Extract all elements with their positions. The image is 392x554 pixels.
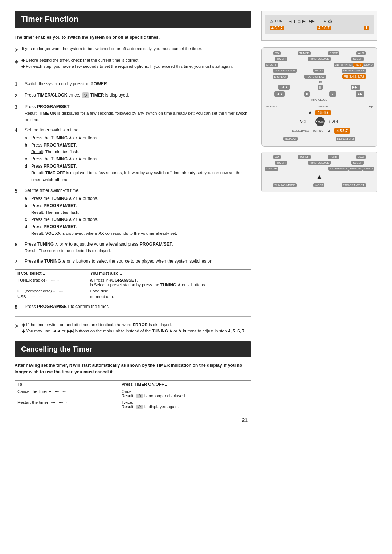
step-4d-label: d (25, 163, 29, 183)
remote-prev-track: |◄◄ (278, 85, 289, 90)
remote-transport1: |◄◄ || ▶▶| (265, 85, 374, 90)
right-column: △ FUNC. ◄|1 □ ▶| ▶▶| — + ⏻ 4,5,6,7 4,5,6… (261, 11, 377, 423)
remote-orange-bottom: 4,5,6,7 (334, 128, 350, 134)
remote-bottom-cd: CD (273, 155, 281, 159)
remote-down-row: TREBLE/BASS TUNING ∨ 4,5,6,7 (265, 128, 374, 134)
remote-tuning-mode: TUNING MODE (273, 69, 297, 73)
remote-bottom-source-row: CD TUNER PORT AUX (265, 155, 374, 159)
remote-sound-label: SOUND (266, 105, 277, 108)
remote-repeat: REPEAT (283, 137, 298, 141)
remote-bottom-arrow-area: ▲ (265, 173, 374, 181)
remote-bottom-aux: AUX (356, 155, 365, 159)
orange-badge-top-left: 4,5,6,7 (270, 26, 284, 30)
strip-stop: □ (298, 19, 300, 24)
bottom-notes: ➤ ◆ If the timer switch on and off times… (15, 322, 251, 335)
step-6-num: 6 (15, 241, 21, 254)
step-5b: b Press PROGRAM/SET. Result: The minutes… (25, 202, 251, 216)
cancel-row1-col2: Once. Result: ⏲ is no longer displayed. (119, 388, 251, 399)
remote-bottom-demo: DEMO (363, 167, 374, 171)
page-number: 21 (15, 417, 251, 423)
cancel-table-header-col2: Press TIMER ON/OFF... (119, 381, 251, 388)
remote-aux: AUX (356, 51, 365, 55)
remote-bottom-tuner: TUNER (298, 155, 311, 159)
remote-tuning-down-label: TUNING (313, 129, 324, 132)
step-5b-label: b (25, 202, 29, 216)
step-4b: b Press PROGRAM/SET. Result: The minutes… (25, 142, 251, 155)
bottom-note-1-text: ◆ If the timer switch on and off times a… (22, 322, 246, 335)
remote-bottom-tuning-row: TUNING MODE MOST PROGRAM/SET (265, 183, 374, 187)
remote-transport2: ◄◄ ■ ► ▶▶ (265, 91, 374, 97)
step-4c: c Press the TUNING ∧ or ∨ buttons. (25, 156, 251, 162)
cancel-row1-col1: Cancel the timer ··············· (15, 388, 119, 399)
step-5a: a Press the TUNING ∧ or ∨ buttons. (25, 195, 251, 202)
cancel-row2-result: Result: ⏲ is displayed again. (122, 405, 179, 409)
remote-timer-row: TIMER TIMER/CLOCK SLEEP (265, 57, 374, 61)
remote-up-arrow: ∧ (308, 110, 312, 115)
remote-pause: || (318, 85, 323, 90)
step-6-content: Press TUNING ∧ or ∨ to adjust the volume… (25, 241, 251, 254)
step-4b-text: Press PROGRAM/SET. Result: The minutes f… (31, 142, 79, 155)
step-5-num: 5 (15, 187, 21, 238)
remote-bottom-timer: TIMER (275, 161, 287, 165)
step-6: 6 Press TUNING ∧ or ∨ to adjust the volu… (15, 241, 251, 254)
arrow-icon: ➤ (15, 46, 19, 54)
remote-stop: ■ (304, 91, 310, 97)
step-5a-text: Press the TUNING ∧ or ∨ buttons. (31, 195, 98, 202)
table-row: USB ··············· connect usb. (15, 294, 251, 300)
remote-rds-display: RDS DISPLAY (304, 75, 326, 79)
step-6-result: Result: The source to be selected is dis… (25, 249, 111, 253)
table-cell-tuner: TUNER (radio) ··········· (15, 277, 87, 288)
timer-icon: ⏲ (82, 92, 89, 98)
remote-plus10-label: +10 (265, 81, 374, 84)
remote-vol-minus: VOL — (300, 120, 311, 124)
remote-cd-ripping: CD RIPPING (334, 63, 354, 67)
table-cell-usb-action: connect usb. (87, 294, 251, 300)
remote-ep-label: Ep (369, 105, 373, 108)
bottom-arrow-icon: ➤ (15, 322, 19, 330)
remote-re2: RE 2 (353, 63, 363, 67)
step-8-content: Press PROGRAM/SET to confirm the timer. (25, 303, 251, 311)
timer-icon-result2: ⏲ (136, 405, 143, 409)
step-5-content: Set the timer switch-off time. a Press t… (25, 187, 251, 238)
remote-onoff-row: ON/OFF CD RIPPING RE 2 DEMO (265, 63, 374, 67)
step-2-content: Press TIMER/CLOCK thrice, ⏲ TIMER is dis… (25, 92, 251, 100)
step-4a-label: a (25, 135, 29, 141)
step-5-substeps: a Press the TUNING ∧ or ∨ buttons. b Pre… (25, 195, 251, 237)
step-5a-label: a (25, 195, 29, 202)
step-4a: a Press the TUNING ∧ or ∨ buttons. (25, 135, 251, 141)
remote-bottom-tuning-mode: TUNING MODE (273, 183, 297, 187)
orange-badge-top-right: 4,5,6,7 (317, 26, 331, 30)
table-row: CD (compact disc) ··········· Load disc. (15, 288, 251, 294)
remote-display-row: DISPLAY RDS DISPLAY RE 3,4,5,6,7,8 (265, 74, 374, 79)
remote-next-track: ▶▶| (351, 85, 360, 90)
remote-bottom-remain: REMAIN (348, 167, 363, 171)
remote-divider-2 (265, 135, 374, 135)
remote-divider (265, 103, 374, 103)
strip-plus: + (324, 19, 326, 24)
step-1: 1 Switch the system on by pressing POWER… (15, 81, 251, 89)
cancelling-timer-title: Cancelling the Timer (15, 341, 251, 357)
remote-rew: ◄◄ (274, 91, 285, 97)
step-5: 5 Set the timer switch-off time. a Press… (15, 187, 251, 238)
step-5c: c Press the TUNING ∧ or ∨ buttons. (25, 216, 251, 223)
cancelling-intro: After having set the timer, it will star… (15, 362, 251, 375)
remote-up-row: ∧ 4,5,6,7 (265, 110, 374, 115)
strip-minus: — (318, 19, 322, 24)
table-row: TUNER (radio) ··········· a Press PROGRA… (15, 277, 251, 288)
step-4-content: Set the timer switch-on time. a Press th… (25, 127, 251, 184)
remote-most: MOST (313, 69, 324, 73)
cancel-row2-col1: Restart the timer ··············· (15, 399, 119, 410)
remote-control-diagram: CD TUNER PORT AUX TIMER TIMER/CLOCK SLEE… (261, 47, 377, 147)
remote-bottom-cd-ripping: CD RIPPING (328, 167, 348, 171)
strip-eject: △ (270, 19, 273, 24)
step-1-content: Switch the system on by pressing POWER. (25, 81, 251, 89)
step-5c-text: Press the TUNING ∧ or ∨ buttons. (31, 216, 98, 223)
step-4d-text: Press PROGRAM/SET. Result: TIME OFF is d… (31, 163, 251, 183)
strip-prev: ◄|1 (289, 19, 296, 24)
table-header-col1: If you select... (15, 270, 87, 277)
step-7-content: Press the TUNING ∧ or ∨ buttons to selec… (25, 258, 251, 266)
remote-bottom-most: MOST (313, 183, 324, 187)
step-4-num: 4 (15, 126, 21, 184)
note2-text: ◆ Before setting the timer, check that t… (21, 57, 233, 70)
remote-vol-plus: + VOL (328, 120, 339, 124)
